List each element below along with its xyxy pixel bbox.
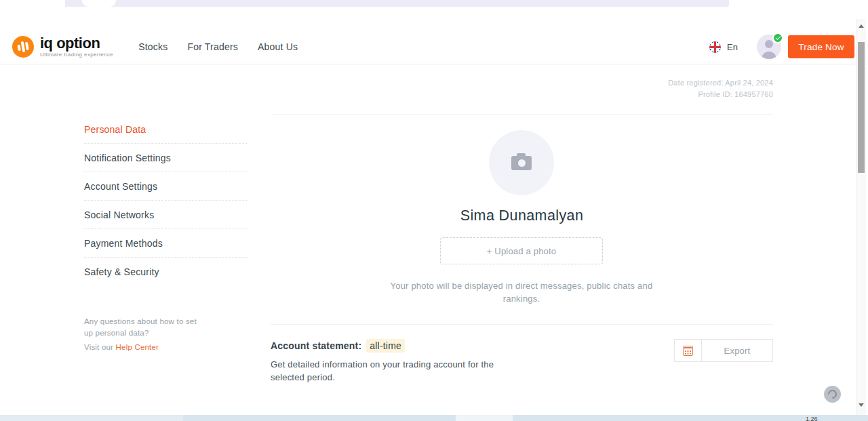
chevron-down-icon[interactable] [859, 403, 864, 407]
scrollbar-thumb[interactable] [858, 42, 865, 173]
profile-id: Profile ID: 164957760 [668, 89, 773, 100]
sidebar-item-payment-methods[interactable]: Payment Methods [84, 229, 248, 258]
date-range-button[interactable] [675, 340, 702, 361]
account-statement-title: Account statement: all-time [271, 339, 405, 353]
settings-sidebar: Personal Data Notification Settings Acco… [84, 115, 248, 285]
statement-export-group: Export [674, 339, 773, 362]
language-selector[interactable]: En [709, 41, 738, 53]
browser-tab-remnant [82, 0, 116, 7]
export-button[interactable]: Export [702, 340, 772, 361]
chevron-up-icon[interactable] [859, 24, 864, 28]
logo-text: iq option [40, 36, 113, 51]
bottom-strip-segment [0, 415, 183, 421]
sidebar-item-safety-security[interactable]: Safety & Security [84, 258, 248, 285]
sidebar-item-account-settings[interactable]: Account Settings [84, 172, 248, 201]
help-center-link[interactable]: Help Center [116, 343, 159, 351]
profile-name: Sima Dunamalyan [271, 207, 773, 224]
photo-note: Your photo will be displayed in direct m… [379, 279, 664, 305]
account-meta: Date registered: April 24, 2024 Profile … [668, 77, 773, 100]
language-label: En [727, 42, 738, 52]
trade-now-button[interactable]: Trade Now [788, 35, 854, 58]
date-registered: Date registered: April 24, 2024 [668, 77, 773, 89]
camera-icon [511, 156, 532, 170]
bottom-strip-highlight [456, 415, 513, 421]
statement-period-selector[interactable]: all-time [366, 339, 405, 353]
nav-for-traders[interactable]: For Traders [187, 41, 238, 52]
nav-about-us[interactable]: About Us [258, 41, 298, 52]
sidebar-item-personal-data[interactable]: Personal Data [84, 115, 248, 144]
main-nav: Stocks For Traders About Us [138, 41, 298, 52]
user-avatar[interactable] [757, 35, 781, 59]
browser-tabstrip-remnant [65, 0, 729, 7]
sidebar-help-text: Any questions about how to set up person… [84, 316, 230, 339]
iq-option-logo[interactable]: iq option Ultimate trading experience [12, 36, 113, 58]
bar-chart-icon [10, 34, 35, 59]
bottom-scroll-strip[interactable]: 1.26 [0, 415, 868, 421]
sidebar-item-social-networks[interactable]: Social Networks [84, 201, 248, 229]
check-badge-icon [772, 33, 783, 43]
profile-photo-placeholder[interactable] [489, 130, 554, 195]
logo-tagline: Ultimate trading experience [40, 52, 113, 58]
upload-photo-button[interactable]: + Upload a photo [440, 237, 603, 264]
divider [271, 324, 773, 325]
calendar-icon [683, 346, 693, 356]
sidebar-help-visit: Visit our Help Center [84, 343, 159, 351]
account-statement-description: Get detailed information on your trading… [271, 358, 516, 384]
support-widget-icon[interactable] [824, 386, 841, 403]
site-header: iq option Ultimate trading experience St… [0, 30, 868, 64]
sidebar-item-notification-settings[interactable]: Notification Settings [84, 144, 248, 172]
nav-stocks[interactable]: Stocks [138, 41, 167, 52]
vertical-scrollbar[interactable] [856, 19, 866, 415]
divider [271, 114, 773, 115]
uk-flag-icon [709, 41, 721, 53]
bottom-partial-text: 1.26 [806, 416, 818, 421]
